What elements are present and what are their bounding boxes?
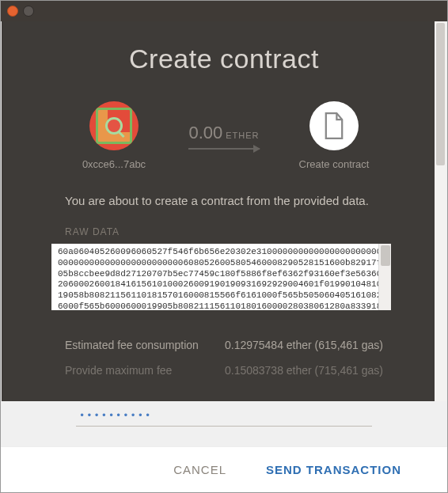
titlebar bbox=[1, 1, 447, 21]
modal-body: Create contract 0xcce6...7abc 0.00ETHER bbox=[2, 21, 446, 401]
sender-block: 0xcce6...7abc bbox=[59, 101, 169, 170]
send-transaction-button[interactable]: SEND TRANSACTION bbox=[266, 463, 401, 476]
fee-estimated-label: Estimated fee consumption bbox=[65, 339, 199, 351]
fee-row-max: Provide maximum fee 0.15083738 ether (71… bbox=[65, 364, 383, 377]
sender-address: 0xcce6...7abc bbox=[82, 158, 146, 170]
fee-max-label: Provide maximum fee bbox=[65, 364, 172, 377]
fee-row-estimated: Estimated fee consumption 0.12975484 eth… bbox=[65, 339, 383, 351]
minimize-icon[interactable] bbox=[23, 6, 34, 17]
fee-section: Estimated fee consumption 0.12975484 eth… bbox=[65, 339, 383, 377]
fee-estimated-value: 0.12975484 ether (615,461 gas) bbox=[225, 339, 383, 351]
password-area bbox=[1, 396, 447, 434]
modal-scroll-thumb[interactable] bbox=[436, 23, 445, 165]
action-bar: CANCEL SEND TRANSACTION bbox=[1, 446, 447, 492]
raw-data-content: 60a060405260096060527f546f6b656e20302e31… bbox=[58, 247, 382, 310]
arrow-right-icon bbox=[188, 148, 260, 150]
close-icon[interactable] bbox=[7, 6, 18, 17]
raw-scroll-thumb[interactable] bbox=[381, 245, 390, 266]
description-text: You are about to create a contract from … bbox=[65, 194, 446, 207]
raw-data-label: RAW DATA bbox=[65, 226, 446, 237]
password-input[interactable] bbox=[76, 405, 372, 427]
contract-avatar bbox=[309, 101, 359, 150]
app-window: Create contract 0xcce6...7abc 0.00ETHER bbox=[0, 0, 448, 493]
recipient-label: Create contract bbox=[299, 158, 370, 170]
transaction-parties: 0xcce6...7abc 0.00ETHER Create contract bbox=[2, 101, 446, 170]
cancel-button[interactable]: CANCEL bbox=[173, 463, 226, 476]
fee-max-value: 0.15083738 ether (715,461 gas) bbox=[225, 364, 383, 377]
raw-data-scrollbar[interactable] bbox=[378, 244, 391, 310]
raw-data-box[interactable]: 60a060405260096060527f546f6b656e20302e31… bbox=[51, 244, 391, 310]
amount-unit: ETHER bbox=[226, 131, 259, 140]
document-icon bbox=[323, 112, 345, 139]
amount-value: 0.00ETHER bbox=[188, 123, 259, 143]
amount-number: 0.00 bbox=[188, 123, 222, 142]
modal-scrollbar[interactable] bbox=[435, 21, 446, 401]
sender-avatar bbox=[89, 101, 139, 150]
search-icon bbox=[105, 117, 123, 135]
recipient-block: Create contract bbox=[279, 101, 389, 170]
transfer-amount: 0.00ETHER bbox=[188, 123, 260, 150]
page-title: Create contract bbox=[2, 44, 446, 74]
